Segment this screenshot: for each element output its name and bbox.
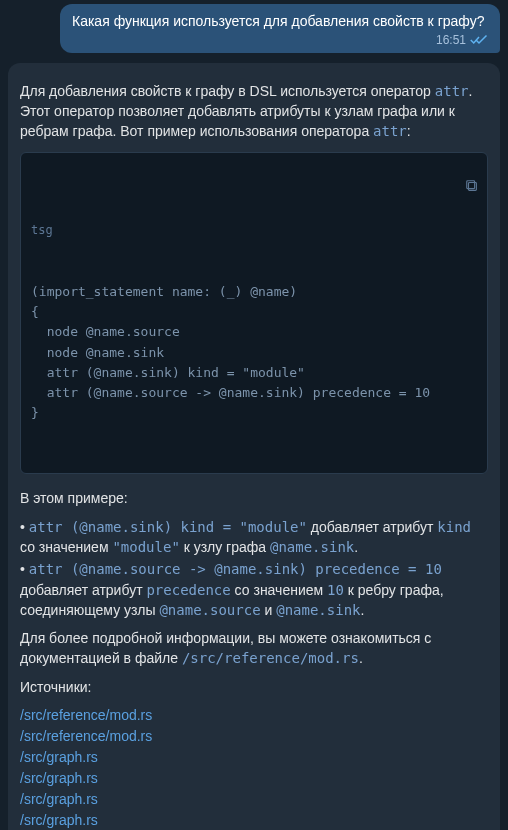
source-link[interactable]: /src/graph.rs	[20, 810, 488, 830]
text: добавляет атрибут	[20, 582, 146, 598]
source-link[interactable]: /src/graph.rs	[20, 747, 488, 768]
source-link[interactable]: /src/reference/mod.rs	[20, 726, 488, 747]
code-token: attr (@name.sink) kind = "module"	[29, 519, 307, 535]
code-token: attr	[435, 83, 469, 99]
text: :	[407, 123, 411, 139]
sources-list: /src/reference/mod.rs/src/reference/mod.…	[20, 705, 488, 830]
text: и	[261, 602, 277, 618]
read-checks-icon	[470, 34, 488, 46]
outgoing-message: Какая функция используется для добавлени…	[60, 4, 500, 53]
code-token: /src/reference/mod.rs	[182, 650, 359, 666]
source-link[interactable]: /src/reference/mod.rs	[20, 705, 488, 726]
code-token: @name.source	[159, 602, 260, 618]
more-info: Для более подробной информации, вы может…	[20, 628, 488, 669]
code-token: kind	[437, 519, 471, 535]
code-content: (import_statement name: (_) @name) { nod…	[31, 282, 477, 423]
code-token: 10	[327, 582, 344, 598]
code-token: @name.sink	[276, 602, 360, 618]
bullet-1: • attr (@name.sink) kind = "module" доба…	[20, 517, 488, 558]
text: Для добавления свойств к графу в DSL исп…	[20, 83, 435, 99]
text: со значением	[20, 539, 112, 555]
outgoing-text: Какая функция используется для добавлени…	[72, 12, 488, 31]
copy-icon[interactable]	[402, 159, 479, 219]
bullet-2: • attr (@name.source -> @name.sink) prec…	[20, 559, 488, 620]
code-token: attr	[373, 123, 407, 139]
example-header: В этом примере:	[20, 488, 488, 508]
incoming-body: Для добавления свойств к графу в DSL исп…	[20, 81, 488, 830]
code-token: attr (@name.source -> @name.sink) preced…	[29, 561, 442, 577]
source-link[interactable]: /src/graph.rs	[20, 789, 488, 810]
outgoing-time: 16:51	[436, 33, 466, 47]
source-link[interactable]: /src/graph.rs	[20, 768, 488, 789]
code-token: "module"	[112, 539, 179, 555]
text: со значением	[231, 582, 327, 598]
intro-paragraph: Для добавления свойств к графу в DSL исп…	[20, 81, 488, 142]
sources-label: Источники:	[20, 677, 488, 697]
code-token: precedence	[146, 582, 230, 598]
text: .	[354, 539, 358, 555]
text: .	[359, 650, 363, 666]
text: к узлу графа	[180, 539, 270, 555]
incoming-message: Для добавления свойств к графу в DSL исп…	[8, 63, 500, 830]
text: добавляет атрибут	[307, 519, 437, 535]
code-token: @name.sink	[270, 539, 354, 555]
code-lang: tsg	[31, 221, 477, 240]
outgoing-meta: 16:51	[72, 33, 488, 47]
text: .	[361, 602, 365, 618]
svg-rect-0	[469, 182, 477, 190]
code-block: tsg (import_statement name: (_) @name) {…	[20, 152, 488, 475]
svg-rect-1	[467, 181, 475, 189]
